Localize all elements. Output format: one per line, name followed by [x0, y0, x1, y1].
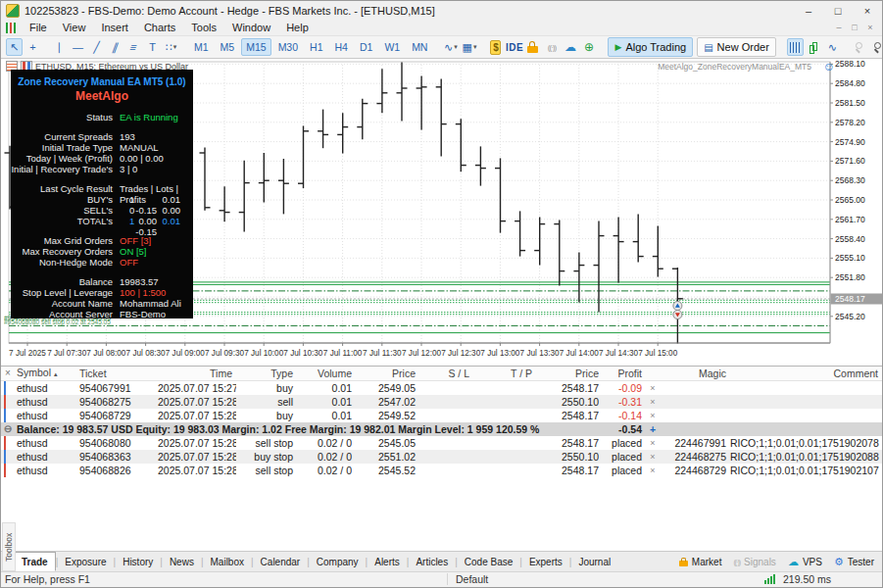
signals-button[interactable]: ((·))Signals [733, 557, 775, 567]
timeframe-m1-button[interactable]: M1 [189, 38, 214, 56]
tab-company[interactable]: Company [310, 552, 366, 571]
ea-row-label: Last Cycle Result [11, 183, 120, 194]
tab-exposure[interactable]: Exposure [58, 552, 113, 571]
trendline-tool-button[interactable]: ╱ [88, 38, 105, 56]
tab-history[interactable]: History [116, 552, 160, 571]
chart-close-button[interactable]: × [862, 23, 878, 32]
timeframe-m15-button[interactable]: M15 [241, 38, 270, 56]
menu-help[interactable]: Help [278, 20, 317, 35]
new-order-button[interactable]: ▤New Order [697, 37, 776, 57]
toolbox-side-label[interactable]: Toolbox [2, 522, 16, 571]
close-position-button[interactable]: × [646, 381, 660, 395]
position-row[interactable]: ethusd9540682752025.07.07 15:28:08sell0.… [1, 395, 882, 409]
vps-button[interactable]: ☁VPS [788, 556, 822, 568]
horizontal-line-tool-button[interactable]: — [70, 38, 86, 56]
timeframe-m30-button[interactable]: M30 [273, 38, 303, 56]
indicators-button[interactable]: ∿▾ [442, 38, 459, 56]
chart-area[interactable]: 7 Jul 20257 Jul 07:307 Jul 08:007 Jul 08… [1, 59, 882, 367]
position-row[interactable]: ethusd9540687292025.07.07 15:28:27buy0.0… [1, 409, 882, 422]
price-axis[interactable]: 2588.102584.802581.502578.202574.902571.… [830, 59, 865, 320]
shapes-tool-button[interactable]: ∷▾ [163, 38, 179, 56]
menu-tools[interactable]: Tools [183, 20, 224, 35]
column-header-profit[interactable]: Profit [603, 367, 646, 380]
bar-chart-mode-button[interactable] [787, 38, 804, 56]
close-position-button[interactable]: × [646, 409, 660, 422]
price-label: 2574.90 [835, 137, 865, 147]
ea-title: Zone Recovery Manual EA MT5 (1.0) [11, 76, 193, 87]
text-tool-button[interactable]: T [144, 38, 161, 56]
cloud-button[interactable]: ☁ [562, 38, 578, 56]
tab-calendar[interactable]: Calendar [254, 552, 308, 571]
algo-trading-button[interactable]: ▶Algo Trading [608, 37, 693, 57]
cell-symbol: ethusd [15, 464, 77, 477]
timeframe-d1-button[interactable]: D1 [355, 38, 377, 56]
status-profile[interactable]: Default [447, 573, 488, 585]
push-notifications-button[interactable]: ((·)) [543, 38, 560, 56]
add-order-icon[interactable]: + [646, 422, 660, 436]
collapse-icon[interactable]: ⊖ [1, 422, 15, 436]
timeframe-h4-button[interactable]: H4 [330, 38, 353, 56]
community-button[interactable]: ⊕ [580, 38, 597, 56]
column-header-symbol[interactable]: Symbol▴ [15, 367, 77, 381]
tab-news[interactable]: News [163, 552, 201, 571]
ide-button[interactable]: IDE [506, 38, 522, 56]
column-header-time[interactable]: Time [158, 367, 236, 380]
column-header-price[interactable]: Price [356, 367, 419, 380]
fibonacci-tool-button[interactable]: ≡ [125, 38, 142, 56]
column-header-sl[interactable]: S / L [419, 367, 473, 380]
column-header-type[interactable]: Type [236, 367, 297, 380]
tab-mailbox[interactable]: Mailbox [204, 552, 251, 571]
tab-journal[interactable]: Journal [571, 552, 617, 571]
close-position-button[interactable]: × [646, 464, 660, 477]
channel-tool-button[interactable]: ∥ [107, 38, 123, 56]
menu-file[interactable]: File [22, 20, 55, 35]
chart-restore-button[interactable]: □ [847, 23, 862, 32]
deposit-button[interactable]: $ [487, 38, 504, 56]
pointer-tool-button[interactable]: ↖ [6, 38, 23, 56]
tab-code-base[interactable]: Code Base [458, 552, 519, 571]
tab-trade[interactable]: Trade [14, 552, 56, 571]
balance-row[interactable]: ⊖Balance: 19 983.57 USD Equity: 19 983.0… [1, 422, 882, 436]
timeframe-mn-button[interactable]: MN [407, 38, 432, 56]
candle-chart-mode-button[interactable] [806, 38, 822, 56]
tab-experts[interactable]: Experts [522, 552, 569, 571]
order-row[interactable]: ethusd9540680802025.07.07 15:28:01sell s… [1, 436, 882, 450]
price-label: 2584.80 [835, 78, 865, 88]
timeframe-h1-button[interactable]: H1 [305, 38, 327, 56]
close-position-button[interactable]: × [646, 450, 660, 464]
tab-alerts[interactable]: Alerts [368, 552, 407, 571]
timeframe-m5-button[interactable]: M5 [216, 38, 240, 56]
order-row[interactable]: ethusd9540683632025.07.07 15:28:12buy st… [1, 450, 882, 464]
tab-articles[interactable]: Articles [409, 552, 455, 571]
chart-minimize-button[interactable]: – [831, 23, 847, 32]
security-button[interactable] [524, 38, 541, 56]
close-position-button[interactable]: × [646, 395, 660, 409]
menu-charts[interactable]: Charts [136, 20, 183, 35]
line-chart-mode-button[interactable]: ∿ [824, 38, 841, 56]
column-header-volume[interactable]: Volume [297, 367, 356, 380]
close-toolbox-button[interactable]: × [1, 367, 15, 380]
menu-window[interactable]: Window [224, 20, 278, 35]
vertical-line-tool-button[interactable]: ∣ [51, 38, 68, 56]
close-button[interactable]: × [853, 2, 882, 20]
order-row[interactable]: ethusd9540688262025.07.07 15:28:30sell s… [1, 464, 882, 477]
close-position-button[interactable]: × [646, 436, 660, 450]
column-header-magic[interactable]: Magic [660, 367, 730, 380]
zoom-in-button[interactable] [851, 38, 867, 56]
column-header-comment[interactable]: Comment [730, 367, 882, 380]
zoom-out-button[interactable] [869, 38, 883, 56]
maximize-button[interactable]: □ [823, 2, 853, 20]
column-header-tp[interactable]: T / P [473, 367, 536, 380]
time-axis[interactable]: 7 Jul 20257 Jul 07:307 Jul 08:007 Jul 08… [9, 343, 678, 358]
timeframe-w1-button[interactable]: W1 [379, 38, 405, 56]
crosshair-tool-button[interactable]: + [25, 38, 41, 56]
menu-view[interactable]: View [55, 20, 94, 35]
minimize-button[interactable]: – [794, 2, 823, 20]
menu-insert[interactable]: Insert [93, 20, 136, 35]
position-row[interactable]: ethusd9540679912025.07.07 15:27:58buy0.0… [1, 381, 882, 395]
templates-button[interactable]: ▦▾ [461, 38, 477, 56]
tester-button[interactable]: ⚙Tester [834, 556, 874, 568]
column-header-ticket[interactable]: Ticket [77, 367, 158, 380]
column-header-price[interactable]: Price [536, 367, 603, 380]
market-button[interactable]: Market [679, 557, 722, 567]
